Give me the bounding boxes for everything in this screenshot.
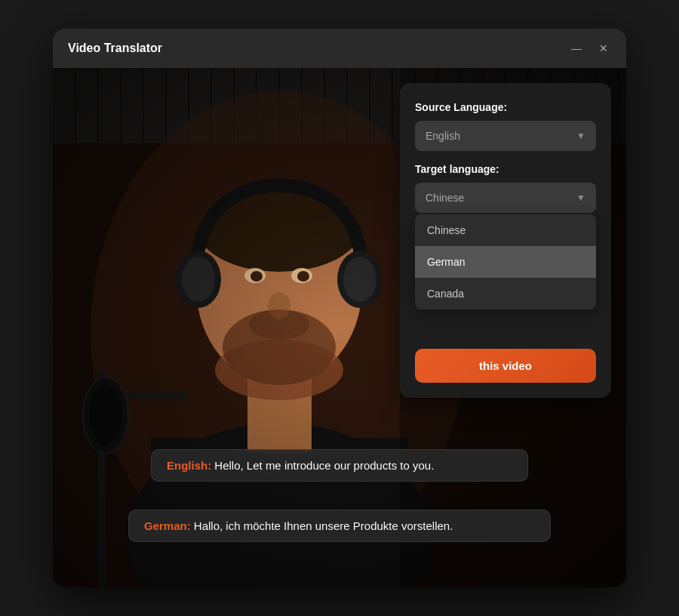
title-bar: Video Translator — ✕ (53, 29, 626, 68)
window-title: Video Translator (68, 42, 162, 55)
source-language-label: Source Language: (415, 101, 596, 113)
minimize-button[interactable]: — (569, 41, 584, 56)
source-language-dropdown[interactable]: English ▼ (415, 121, 596, 151)
english-subtitle-text: Hello, Let me introduce our products to … (211, 459, 434, 472)
english-subtitle-label: English: (167, 459, 211, 472)
german-subtitle-label: German: (144, 519, 191, 532)
source-dropdown-chevron: ▼ (576, 131, 585, 141)
english-subtitle: English: Hello, Let me introduce our pro… (151, 449, 528, 482)
target-language-label: Target language: (415, 163, 596, 175)
control-panel: Source Language: English ▼ Target langua… (400, 83, 611, 398)
german-subtitle: German: Hallo, ich möchte Ihnen unsere P… (128, 510, 551, 542)
german-subtitle-text: Hallo, ich möchte Ihnen unsere Produkte … (191, 519, 453, 532)
translate-button[interactable]: this video (415, 349, 596, 383)
main-window: Video Translator — ✕ (53, 29, 626, 587)
target-language-dropdown[interactable]: Chinese ▼ (415, 183, 596, 213)
dropdown-item-canada[interactable]: Canada (415, 278, 596, 310)
source-language-value: English (426, 130, 460, 142)
dropdown-item-german[interactable]: German (415, 246, 596, 278)
close-button[interactable]: ✕ (596, 41, 611, 56)
video-area: Source Language: English ▼ Target langua… (53, 68, 626, 587)
language-dropdown-menu: Chinese German Canada (415, 214, 596, 310)
target-language-value: Chinese (426, 192, 464, 204)
translate-button-label: this video (479, 359, 532, 372)
dropdown-item-chinese[interactable]: Chinese (415, 214, 596, 246)
window-controls: — ✕ (569, 41, 611, 56)
target-language-section: Chinese ▼ Chinese German Canada (415, 183, 596, 213)
target-dropdown-chevron: ▼ (576, 192, 585, 203)
